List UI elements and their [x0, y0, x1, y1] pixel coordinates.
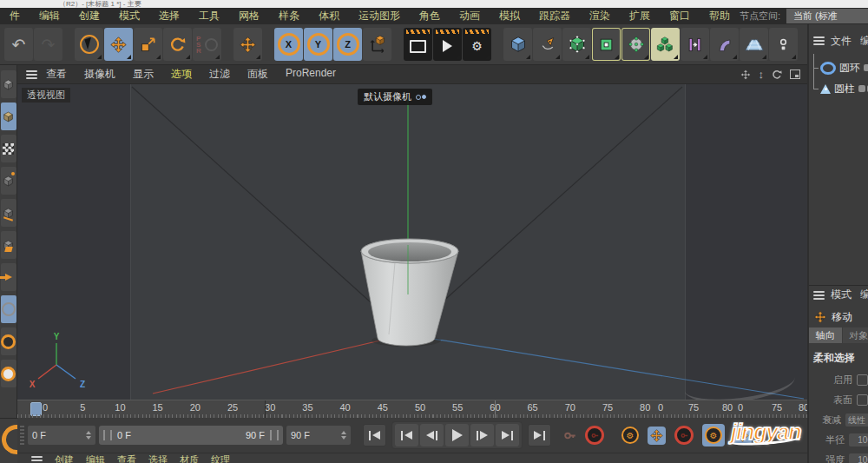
keyframe-selection-button[interactable]: ⚙ — [621, 427, 639, 444]
texture-mode-button[interactable] — [1, 135, 16, 162]
autokeying-button[interactable] — [585, 426, 604, 445]
point-mode-button[interactable] — [1, 167, 16, 195]
subdivision-surface-button[interactable] — [562, 28, 591, 61]
visibility-toggle-icon[interactable] — [864, 64, 868, 71]
menubar-item-window[interactable]: 窗口 — [660, 8, 700, 24]
prev-frame-button[interactable] — [420, 424, 444, 446]
menubar-item-help[interactable]: 帮助 — [700, 8, 740, 24]
z-axis-lock-button[interactable]: Z — [333, 28, 362, 61]
spline-pen-button[interactable] — [533, 28, 562, 61]
object-toggles[interactable] — [858, 85, 868, 92]
viewport-menu-1[interactable]: 摄像机 — [76, 67, 124, 82]
snap-button[interactable] — [1, 360, 16, 387]
material-menu-2[interactable]: 查看 — [117, 453, 136, 463]
number-field-4[interactable]: 100 — [849, 453, 868, 463]
object-row-1[interactable]: 圆柱 — [809, 78, 868, 99]
render-settings-button[interactable]: ⚙ — [463, 28, 491, 61]
morph-button[interactable] — [681, 28, 709, 61]
timeline-playhead[interactable] — [30, 402, 42, 416]
perspective-viewport[interactable]: 查看摄像机显示选项过滤面板ProRender ↕ — [17, 65, 807, 400]
polygon-mode-button[interactable] — [1, 231, 16, 259]
checkbox-1[interactable] — [857, 394, 868, 406]
render-to-picture-viewer-button[interactable] — [433, 28, 462, 61]
object-row-0[interactable]: 圆环 — [809, 57, 868, 78]
viewport-menu-icon[interactable] — [26, 70, 37, 79]
menubar-item-tools[interactable]: 工具 — [189, 8, 229, 24]
checkbox-0[interactable] — [857, 374, 868, 386]
toggle-view-icon[interactable] — [790, 69, 800, 79]
last-used-tool-button[interactable] — [233, 28, 262, 61]
menubar-item-edit[interactable]: 编辑 — [30, 8, 69, 24]
prev-key-button[interactable] — [395, 424, 418, 446]
floor-button[interactable] — [740, 28, 768, 61]
goto-start-button[interactable] — [363, 424, 386, 446]
pan-view-icon[interactable] — [740, 69, 751, 80]
next-key-button[interactable] — [496, 424, 519, 446]
viewport-solo-button[interactable] — [1, 327, 16, 355]
live-selection-button[interactable] — [75, 28, 103, 61]
menubar-item-render[interactable]: 渲染 — [580, 8, 620, 24]
record-rotation-button[interactable]: ⚙ — [702, 424, 725, 446]
menubar-item-select[interactable]: 选择 — [149, 8, 189, 24]
undo-button[interactable]: ↶ — [4, 28, 33, 61]
material-menu-3[interactable]: 选择 — [148, 453, 168, 463]
menubar-item-spline[interactable]: 样条 — [269, 8, 309, 24]
spinner-arrows-icon[interactable] — [81, 431, 91, 440]
viewport-menu-4[interactable]: 过滤 — [201, 67, 239, 82]
attribute-manager-menu-icon[interactable] — [813, 291, 825, 300]
spinner-arrows-icon[interactable] — [336, 431, 346, 440]
material-menu-5[interactable]: 纹理 — [211, 453, 230, 463]
viewport-canvas[interactable]: Y X Z 透视视图 默认摄像机 — [17, 84, 807, 400]
viewport-menu-3[interactable]: 选项 — [162, 67, 201, 82]
record-keyframe-button[interactable] — [563, 429, 576, 442]
object-toggles[interactable] — [864, 64, 868, 71]
menubar-item-file[interactable]: 件 — [0, 8, 30, 24]
next-frame-button[interactable] — [470, 424, 494, 446]
view-label[interactable]: 透视视图 — [22, 88, 70, 103]
array-button[interactable] — [651, 28, 680, 61]
object-manager-menu-1[interactable]: 编辑 — [860, 34, 868, 49]
move-tool-button[interactable] — [104, 28, 133, 61]
visibility-toggle-icon[interactable] — [858, 85, 865, 92]
menubar-item-volume[interactable]: 体积 — [309, 8, 349, 24]
timeline-ruler[interactable]: 0510152025303540455055606570758007580075… — [17, 400, 807, 418]
menubar-item-mesh[interactable]: 网格 — [229, 8, 269, 24]
node-space-select[interactable]: 当前 (标准 — [786, 9, 868, 23]
range-start-grip[interactable] — [103, 430, 112, 440]
coordinate-system-button[interactable] — [363, 28, 391, 61]
paper-cup-body[interactable] — [361, 251, 458, 346]
zoom-view-icon[interactable]: ↕ — [759, 69, 765, 80]
menubar-item-mode[interactable]: 模式 — [109, 8, 149, 24]
material-menu-4[interactable]: 材质 — [180, 453, 199, 463]
menubar-item-animate[interactable]: 动画 — [450, 8, 490, 24]
workplane-mode-button[interactable] — [1, 263, 16, 291]
menubar-item-mograph[interactable]: 运动图形 — [349, 8, 410, 24]
render-view-button[interactable] — [404, 28, 432, 61]
attribute-manager-menu-1[interactable]: 编辑 — [860, 288, 868, 302]
object-manager-menu-icon[interactable] — [813, 36, 825, 45]
object-manager-menu-0[interactable]: 文件 — [831, 34, 852, 49]
redo-button[interactable]: ↷ — [34, 28, 62, 61]
drag-handle[interactable] — [20, 426, 24, 445]
camera-label[interactable]: 默认摄像机 — [358, 89, 432, 105]
menubar-item-simulate[interactable]: 模拟 — [490, 8, 529, 24]
psr-tool-button[interactable]: PSR — [193, 28, 221, 61]
primitive-cube-button[interactable] — [503, 28, 532, 61]
attribute-tab-0[interactable]: 轴向 — [809, 327, 842, 343]
camera-button[interactable] — [769, 28, 798, 61]
bend-deformer-button[interactable] — [710, 28, 739, 61]
material-menu-icon[interactable] — [31, 456, 43, 463]
play-button[interactable] — [445, 424, 469, 446]
y-axis-lock-button[interactable]: Y — [304, 28, 332, 61]
menubar-item-create[interactable]: 创建 — [69, 8, 109, 24]
attribute-manager-menu-0[interactable]: 模式 — [831, 288, 852, 302]
edge-mode-button[interactable] — [1, 199, 16, 227]
current-frame-field[interactable]: 0 F — [28, 426, 95, 445]
cloner-button[interactable] — [621, 28, 650, 61]
model-mode-button[interactable] — [1, 103, 16, 130]
viewport-menu-0[interactable]: 查看 — [37, 67, 76, 82]
x-axis-lock-button[interactable]: X — [274, 28, 303, 61]
rotate-view-icon[interactable] — [772, 69, 782, 80]
menubar-item-extensions[interactable]: 扩展 — [620, 8, 660, 24]
frame-range-slider[interactable]: 0 F 90 F — [99, 426, 283, 445]
